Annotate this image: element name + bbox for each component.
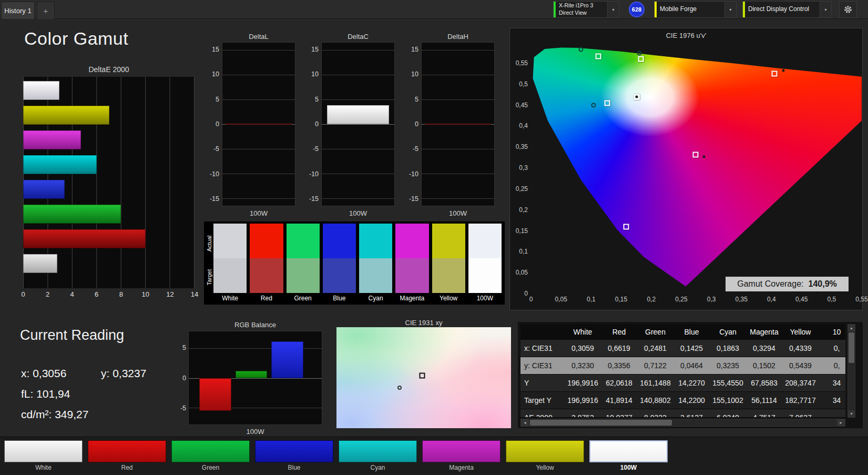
y-tick-label: 5 [315, 96, 319, 103]
y-tick-label: 10 [411, 70, 418, 78]
column-header: 10 [819, 324, 845, 339]
vertical-scroll-thumb[interactable] [849, 332, 854, 363]
swatch-columns: WhiteRedGreenBlueCyanMagentaYellow100W [213, 224, 502, 304]
gridline [222, 99, 295, 100]
table-cell: 0,3059 [565, 340, 601, 357]
marker-cyan-target [605, 100, 610, 106]
scroll-down-icon[interactable]: ▼ [848, 410, 855, 417]
table-cell: 196,9916 [565, 392, 601, 409]
table-cell: 56,1114 [746, 392, 782, 409]
delta-l-chart: DeltaL 151050-5-10-15 100W [222, 33, 295, 222]
pattern-footer: WhiteRedGreenBlueCyanMagentaYellow100W ▲… [0, 437, 868, 475]
y-tick-label: 15 [311, 46, 319, 53]
scroll-right-icon[interactable]: ► [837, 419, 845, 426]
column-header: Cyan [710, 324, 746, 339]
y-tick-label: 0,4 [519, 122, 528, 129]
table-row--e-2000[interactable]: ΔE 20002,975210,03778,03222,61276,03404,… [520, 409, 845, 418]
pattern-button-magenta[interactable]: Magenta [422, 440, 501, 471]
marker-green-target [596, 54, 601, 59]
plus-icon: + [44, 6, 48, 15]
rgb-bar-green [236, 371, 268, 378]
swatch-row-labels: Actual Target [205, 224, 213, 304]
pattern-button-white[interactable]: White [4, 440, 83, 471]
gamut-coverage-label: Gamut Coverage: [737, 279, 803, 289]
x-tick-label: 8 [119, 290, 123, 298]
marker-magenta-measured [703, 155, 706, 158]
add-tab-button[interactable]: + [37, 2, 55, 19]
swatch-actual [432, 224, 465, 258]
swatch-target [287, 258, 320, 293]
x-tick-label: 0,25 [675, 296, 687, 303]
table-row-y[interactable]: Y196,991662,0618161,148814,2270155,45506… [520, 375, 845, 392]
chevron-down-icon[interactable]: ▼ [607, 2, 619, 17]
table-cell: 155,1002 [710, 392, 746, 409]
cie-1931-title: CIE 1931 xy [336, 319, 511, 327]
column-header: Blue [673, 324, 710, 339]
x-axis-label: 100W [421, 209, 495, 217]
pattern-label: Green [171, 464, 250, 471]
pattern-button-green[interactable]: Green [171, 440, 250, 471]
y-tick-label: 5 [415, 96, 418, 103]
reading-x: x: 0,3056 [21, 367, 66, 380]
y-axis-ticks: 151050-5-10-15 [202, 42, 219, 206]
table-header-row: WhiteRedGreenBlueCyanMagentaYellow10 [520, 324, 845, 340]
table-cell: 182,7717 [782, 392, 819, 409]
table-cell: 140,8802 [637, 392, 673, 409]
reading-fl: fL: 101,94 [21, 388, 70, 400]
pattern-source-dropdown[interactable]: Mobile Forge ▼ [654, 1, 737, 18]
deltae-bar-green [23, 205, 121, 224]
pattern-button-100w[interactable]: 100W [589, 440, 668, 471]
deltae-bar-100w [23, 254, 57, 273]
rgb-bar-blue [271, 341, 303, 378]
meter-dropdown[interactable]: X-Rite i1Pro 3 Direct View ▼ [553, 1, 619, 18]
gridline [422, 149, 494, 149]
horizontal-scroll-thumb[interactable] [530, 420, 672, 426]
table-row-y-cie31[interactable]: y: CIE310,32300,33560,71220,04640,32350,… [520, 357, 845, 375]
pattern-button-cyan[interactable]: Cyan [339, 440, 417, 471]
y-tick-label: 10 [212, 70, 219, 78]
table-row-x-cie31[interactable]: x: CIE310,30590,66190,24810,14250,18630,… [520, 340, 845, 357]
table-cell: 0,5439 [782, 357, 819, 374]
gear-icon [843, 4, 853, 15]
scroll-left-icon[interactable]: ◄ [521, 419, 529, 426]
column-header: White [565, 324, 601, 339]
pattern-label: 100W [589, 464, 668, 471]
table-row-target-y[interactable]: Target Y196,991641,8914140,880214,220015… [520, 392, 845, 409]
pattern-button-red[interactable]: Red [88, 440, 166, 471]
deltae-bar-yellow [23, 106, 109, 125]
row-label: Target Y [520, 392, 565, 409]
display-control-dropdown[interactable]: Direct Display Control ▼ [742, 1, 832, 18]
delta-h-chart: DeltaH 151050-5-10-15 100W [421, 33, 495, 222]
scroll-up-icon[interactable]: ▲ [848, 325, 855, 331]
y-axis-ticks: 151050-5-10-15 [402, 42, 418, 206]
table-vertical-scrollbar[interactable]: ▲ ▼ [847, 324, 855, 418]
y-tick-label: 0 [315, 120, 319, 128]
pattern-color-block [88, 440, 166, 462]
tab-history-1[interactable]: History 1 [1, 2, 35, 19]
table-cell: 0,1425 [673, 340, 710, 357]
marker-red-measured [782, 69, 785, 72]
rgb-bar-red [199, 378, 231, 411]
settings-button[interactable] [839, 1, 857, 18]
y-tick-label: 0 [415, 120, 418, 128]
chart-title: DeltaL [222, 33, 295, 41]
pattern-button-yellow[interactable]: Yellow [506, 440, 584, 471]
table-cell: 155,4550 [710, 375, 746, 391]
y-tick-label: -5 [413, 145, 418, 153]
table-cell: 0, [819, 357, 845, 374]
row-label: ΔE 2000 [520, 409, 565, 417]
swatch-label: Green [287, 293, 320, 302]
y-tick-label: -15 [210, 195, 219, 203]
gridline [222, 75, 295, 75]
pattern-color-block [589, 440, 668, 462]
marker-white-target [419, 373, 425, 379]
chevron-down-icon[interactable]: ▼ [820, 2, 831, 17]
pattern-button-blue[interactable]: Blue [255, 440, 333, 471]
table-horizontal-scrollbar[interactable]: ◄ ► [520, 419, 845, 427]
reading-count-badge: 628 [629, 2, 645, 17]
x-tick-label: 6 [95, 290, 98, 298]
cie-1976-panel: CIE 1976 u'v' 0,550,50,450,40,350,30,250… [509, 28, 863, 310]
x-tick-label: 0,2 [647, 296, 656, 303]
deltae-bar-blue [23, 180, 65, 199]
chevron-down-icon[interactable]: ▼ [724, 2, 736, 17]
